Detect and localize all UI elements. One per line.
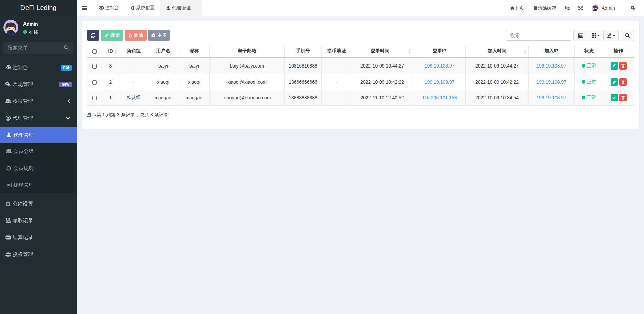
svg-text:A: A bbox=[568, 8, 570, 10]
svg-text:CC: CC bbox=[7, 184, 10, 186]
